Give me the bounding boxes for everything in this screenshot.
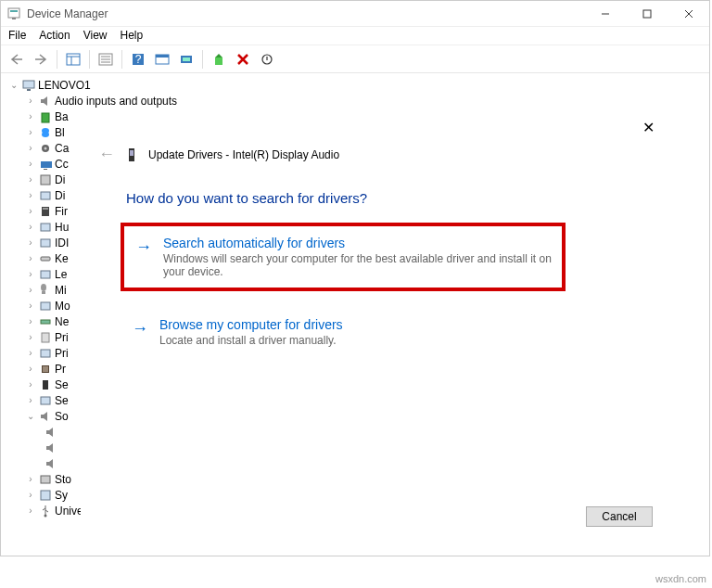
svg-rect-30 [44, 169, 47, 170]
svg-rect-38 [41, 271, 50, 278]
storage-icon [38, 472, 53, 487]
device-category-icon [38, 236, 53, 250]
close-button[interactable] [668, 1, 709, 26]
toolbar-separator [57, 50, 57, 69]
chevron-right-icon: › [25, 395, 36, 405]
chevron-right-icon: › [25, 222, 36, 232]
svg-rect-19 [183, 58, 190, 61]
arrow-right-icon: → [135, 237, 152, 278]
option-title: Search automatically for drivers [163, 236, 553, 250]
speaker-icon [38, 409, 53, 424]
svg-rect-20 [215, 58, 222, 65]
menu-action[interactable]: Action [39, 29, 70, 43]
svg-rect-0 [8, 8, 19, 18]
chevron-right-icon: › [25, 127, 36, 137]
chevron-down-icon: ⌄ [25, 411, 36, 421]
svg-rect-24 [42, 113, 49, 122]
device-category-icon [38, 141, 53, 156]
scan-hardware-button[interactable] [176, 49, 197, 70]
svg-point-51 [44, 514, 47, 517]
computer-icon [21, 78, 36, 93]
device-category-icon [38, 393, 53, 408]
nav-back-button[interactable] [6, 49, 27, 70]
svg-rect-44 [41, 350, 50, 357]
svg-rect-48 [41, 397, 50, 404]
chevron-right-icon: › [25, 300, 36, 311]
chevron-right-icon: › [25, 206, 36, 216]
chevron-right-icon: › [25, 174, 36, 185]
device-category-icon [38, 346, 53, 361]
tree-root[interactable]: ⌄ LENOVO1 [8, 77, 709, 93]
toolbar: ? [1, 45, 709, 73]
device-category-icon [38, 283, 53, 298]
dialog-heading: How do you want to search for drivers? [126, 190, 669, 206]
svg-rect-22 [23, 81, 34, 88]
svg-rect-43 [42, 333, 49, 342]
help-button[interactable]: ? [128, 49, 148, 70]
toolbar-separator [202, 50, 203, 69]
app-icon [6, 6, 21, 21]
show-hide-tree-button[interactable] [63, 49, 83, 70]
menubar: File Action View Help [1, 27, 709, 45]
chevron-right-icon: › [25, 490, 36, 500]
chevron-right-icon: › [25, 111, 36, 121]
chevron-right-icon: › [25, 143, 36, 153]
svg-rect-35 [41, 224, 50, 231]
menu-help[interactable]: Help [121, 29, 144, 43]
chevron-right-icon: › [25, 316, 36, 326]
device-category-icon [38, 204, 53, 219]
svg-rect-37 [41, 257, 50, 261]
chevron-right-icon: › [25, 348, 36, 358]
chevron-right-icon: › [25, 505, 36, 516]
svg-rect-32 [41, 192, 50, 199]
svg-point-26 [42, 132, 49, 137]
tree-item[interactable]: ›Audio inputs and outputs [8, 93, 709, 109]
dialog-title: Update Drivers - Intel(R) Display Audio [148, 148, 339, 161]
chevron-right-icon: › [25, 269, 36, 279]
chevron-right-icon: › [25, 379, 36, 390]
chevron-right-icon: › [25, 253, 36, 263]
toolbar-separator [89, 50, 90, 69]
menu-view[interactable]: View [83, 29, 108, 43]
svg-point-28 [44, 147, 47, 149]
chevron-down-icon: ⌄ [8, 80, 19, 90]
device-category-icon [38, 220, 53, 235]
minimize-button[interactable] [584, 1, 626, 26]
uninstall-button[interactable] [233, 49, 253, 70]
device-category-icon [38, 94, 53, 109]
properties-button[interactable] [95, 49, 116, 70]
dialog-close-button[interactable]: ✕ [642, 119, 655, 136]
device-category-icon [38, 125, 53, 140]
device-category-icon [38, 362, 53, 377]
watermark: wsxdn.com [655, 573, 706, 584]
option-search-auto[interactable]: → Search automatically for drivers Windo… [121, 223, 566, 291]
maximize-button[interactable] [626, 1, 668, 26]
chevron-right-icon: › [25, 285, 36, 295]
svg-rect-41 [41, 302, 50, 310]
chevron-right-icon: › [25, 332, 36, 342]
device-icon [124, 147, 139, 162]
option-title: Browse my computer for drivers [159, 317, 549, 332]
svg-rect-47 [43, 380, 48, 390]
svg-rect-17 [156, 55, 169, 58]
svg-rect-36 [41, 239, 50, 247]
nav-forward-button[interactable] [31, 49, 51, 70]
arrow-right-icon: → [132, 319, 148, 347]
usb-icon [38, 504, 53, 518]
svg-rect-31 [41, 175, 50, 185]
option-browse[interactable]: → Browse my computer for drivers Locate … [121, 308, 566, 356]
svg-rect-49 [41, 476, 50, 483]
svg-rect-50 [41, 491, 50, 500]
device-category-icon [38, 157, 53, 172]
svg-rect-53 [130, 150, 134, 156]
system-icon [38, 488, 53, 503]
action-button[interactable] [152, 49, 172, 70]
device-category-icon [38, 299, 53, 313]
option-description: Windows will search your computer for th… [163, 252, 553, 278]
chevron-right-icon: › [25, 237, 36, 248]
disable-button[interactable] [257, 49, 277, 70]
device-manager-window: Device Manager File Action View Help ? ⌄ [0, 0, 710, 556]
menu-file[interactable]: File [8, 29, 26, 43]
cancel-button[interactable]: Cancel [586, 506, 653, 527]
update-driver-button[interactable] [209, 49, 229, 70]
